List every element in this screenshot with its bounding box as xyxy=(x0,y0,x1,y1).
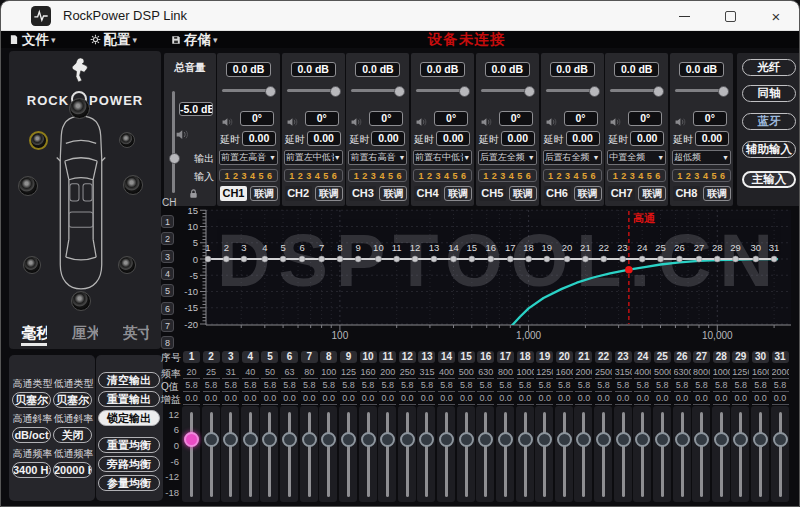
band-q-value[interactable]: 5.8 xyxy=(222,380,239,392)
band-gain-value[interactable]: 0.0 xyxy=(379,393,396,405)
band-gain-value[interactable]: 0.0 xyxy=(203,393,220,405)
eq-point[interactable] xyxy=(657,256,663,262)
band-gain-value[interactable]: 0.0 xyxy=(595,393,612,405)
channel-delay-value[interactable]: 0.00 xyxy=(307,131,341,146)
band-gain-value[interactable]: 0.0 xyxy=(340,393,357,405)
band-gain-slider[interactable] xyxy=(361,432,376,447)
channel-link-button[interactable]: 联调 xyxy=(574,186,602,201)
band-q-value[interactable]: 5.8 xyxy=(517,380,534,392)
channel-output-select[interactable]: 前置左中低音▼ xyxy=(284,150,343,165)
band-frequency-value[interactable]: 500 xyxy=(458,367,475,379)
mute-speaker-icon[interactable] xyxy=(610,113,623,131)
eq-point[interactable] xyxy=(507,256,513,262)
action-button-4[interactable]: 重置均衡 xyxy=(98,437,160,453)
channel-input-numbers[interactable]: 1 2 3 4 5 6 xyxy=(284,169,343,182)
channel-gain-value[interactable]: 0.0 dB xyxy=(355,62,400,77)
channel-link-button[interactable]: 联调 xyxy=(379,186,407,201)
band-slider-track[interactable] xyxy=(524,412,527,497)
graph-channel-button-1[interactable]: 1 xyxy=(161,215,174,228)
band-q-value[interactable]: 5.8 xyxy=(654,380,671,392)
band-gain-slider[interactable] xyxy=(498,432,513,447)
band-gain-value[interactable]: 0.0 xyxy=(772,393,789,405)
band-slider-track[interactable] xyxy=(563,412,566,497)
band-gain-slider[interactable] xyxy=(282,432,297,447)
channel-gain-handle[interactable] xyxy=(394,86,405,97)
band-slider-track[interactable] xyxy=(484,412,487,497)
band-gain-slider[interactable] xyxy=(773,432,788,447)
band-q-value[interactable]: 5.8 xyxy=(497,380,514,392)
channel-input-numbers[interactable]: 1 2 3 4 5 6 xyxy=(348,169,407,182)
eq-point[interactable] xyxy=(771,256,777,262)
master-volume-handle[interactable] xyxy=(169,153,180,164)
graph-channel-button-3[interactable]: 3 xyxy=(161,250,174,263)
channel-link-button[interactable]: 联调 xyxy=(638,186,666,201)
band-slider-track[interactable] xyxy=(720,412,723,497)
eq-point[interactable] xyxy=(601,256,607,262)
channel-output-select[interactable]: 前置右高音▼ xyxy=(348,150,407,165)
band-frequency-value[interactable]: 50 xyxy=(261,367,278,379)
speaker-front-right-woofer[interactable] xyxy=(123,175,143,195)
channel-gain-value[interactable]: 0.0 dB xyxy=(679,62,724,77)
band-frequency-value[interactable]: 315 xyxy=(418,367,435,379)
channel-phase-value[interactable]: 0° xyxy=(369,111,403,126)
source-button-4[interactable]: 辅助输入 xyxy=(742,141,796,158)
channel-link-button[interactable]: 联调 xyxy=(250,186,278,201)
channel-delay-value[interactable]: 0.00 xyxy=(371,131,405,146)
channel-gain-handle[interactable] xyxy=(524,86,535,97)
band-gain-slider[interactable] xyxy=(400,432,415,447)
band-gain-value[interactable]: 0.0 xyxy=(242,393,259,405)
band-q-value[interactable]: 5.8 xyxy=(693,380,710,392)
band-frequency-value[interactable]: 10000 xyxy=(713,367,730,379)
channel-gain-value[interactable]: 0.0 dB xyxy=(485,62,530,77)
channel-phase-value[interactable]: 0° xyxy=(240,111,274,126)
band-frequency-value[interactable]: 80 xyxy=(301,367,318,379)
channel-output-select[interactable]: 超低频▼ xyxy=(672,150,731,165)
band-gain-slider[interactable] xyxy=(518,432,533,447)
band-slider-track[interactable] xyxy=(406,412,409,497)
eq-point[interactable] xyxy=(337,256,343,262)
band-gain-value[interactable]: 0.0 xyxy=(458,393,475,405)
unit-tab[interactable]: 毫秒 xyxy=(21,324,47,346)
channel-select-button[interactable]: CH5 xyxy=(479,186,506,201)
hpf-type-button[interactable]: 贝塞尔 xyxy=(12,392,51,408)
eq-point[interactable] xyxy=(488,256,494,262)
mute-speaker-icon[interactable] xyxy=(546,113,559,131)
eq-point[interactable] xyxy=(696,256,702,262)
band-q-value[interactable]: 5.8 xyxy=(713,380,730,392)
channel-input-numbers[interactable]: 1 2 3 4 5 6 xyxy=(607,169,666,182)
channel-gain-value[interactable]: 0.0 dB xyxy=(550,62,595,77)
band-q-value[interactable]: 5.8 xyxy=(772,380,789,392)
action-button-3[interactable]: 锁定输出 xyxy=(98,410,160,426)
mute-speaker-icon[interactable] xyxy=(675,113,688,131)
channel-gain-slider[interactable] xyxy=(481,89,533,92)
source-button-1[interactable]: 光纤 xyxy=(742,59,796,76)
channel-link-button[interactable]: 联调 xyxy=(444,186,472,201)
band-q-value[interactable]: 5.8 xyxy=(634,380,651,392)
band-gain-value[interactable]: 0.0 xyxy=(674,393,691,405)
eq-point[interactable] xyxy=(676,256,682,262)
channel-phase-value[interactable]: 0° xyxy=(693,111,727,126)
band-slider-track[interactable] xyxy=(779,412,782,497)
channel-delay-value[interactable]: 0.00 xyxy=(436,131,470,146)
band-frequency-value[interactable]: 1600 xyxy=(556,367,573,379)
eq-point[interactable] xyxy=(299,256,305,262)
mute-speaker-icon[interactable] xyxy=(351,113,364,131)
band-gain-value[interactable]: 0.0 xyxy=(517,393,534,405)
band-gain-value[interactable]: 0.0 xyxy=(301,393,318,405)
band-gain-value[interactable]: 0.0 xyxy=(732,393,749,405)
eq-point[interactable] xyxy=(451,256,457,262)
channel-output-select[interactable]: 后置左全频▼ xyxy=(478,150,537,165)
eq-point[interactable] xyxy=(280,256,286,262)
speaker-front-right-tweeter[interactable] xyxy=(119,132,135,148)
band-gain-value[interactable]: 0.0 xyxy=(497,393,514,405)
eq-point[interactable] xyxy=(375,256,381,262)
eq-point[interactable] xyxy=(582,256,588,262)
eq-point[interactable] xyxy=(733,256,739,262)
band-frequency-value[interactable]: 20 xyxy=(183,367,200,379)
band-slider-track[interactable] xyxy=(681,412,684,497)
band-slider-track[interactable] xyxy=(445,412,448,497)
channel-phase-value[interactable]: 0° xyxy=(499,111,533,126)
band-q-value[interactable]: 5.8 xyxy=(320,380,337,392)
band-q-value[interactable]: 5.8 xyxy=(595,380,612,392)
band-q-value[interactable]: 5.8 xyxy=(418,380,435,392)
